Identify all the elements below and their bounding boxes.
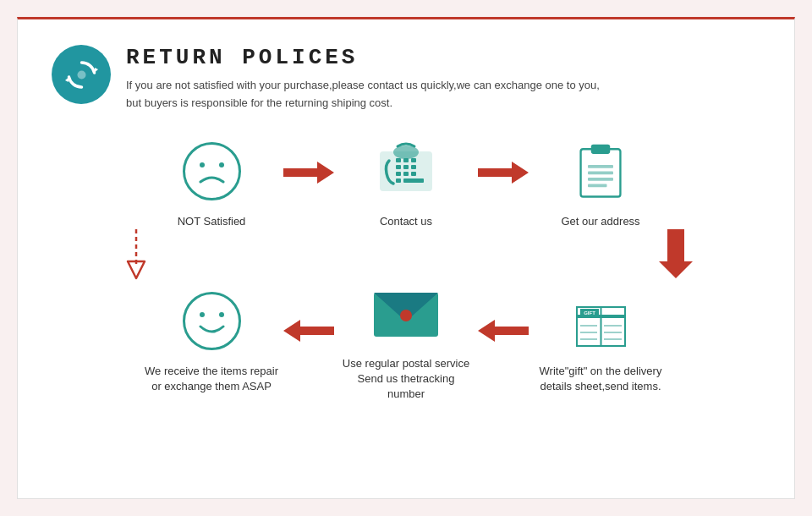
page-title: RETURN POLICES [126, 45, 600, 70]
arrow-left-2 [474, 318, 533, 343]
svg-rect-12 [403, 165, 409, 169]
svg-point-32 [219, 312, 224, 317]
gift-box-icon: GIFT [567, 288, 634, 355]
sad-face-icon [178, 138, 245, 206]
svg-marker-33 [283, 320, 334, 342]
main-container: RETURN POLICES If you are not satisfied … [17, 17, 795, 499]
step-write-gift: GIFT Write"gift" on the deliverydetails … [533, 288, 668, 394]
arrow-right-1 [279, 160, 338, 185]
svg-point-31 [200, 312, 205, 317]
svg-point-5 [219, 162, 224, 167]
phone-icon [372, 138, 440, 206]
svg-marker-20 [478, 162, 529, 184]
contact-us-label: Contact us [380, 214, 432, 229]
header-text: RETURN POLICES If you are not satisfied … [126, 45, 600, 113]
logo-icon [52, 45, 111, 104]
svg-point-4 [200, 162, 205, 167]
arrow-down-left [119, 229, 153, 280]
svg-rect-24 [588, 172, 613, 175]
svg-rect-22 [591, 145, 611, 154]
get-address-label: Get our address [561, 214, 639, 229]
arrow-left-1 [279, 318, 338, 343]
svg-rect-14 [396, 172, 401, 176]
flow-row-1: NOT Satisfied [52, 138, 760, 229]
arrow-down-right [659, 229, 693, 280]
step-get-address: Get our address [533, 138, 668, 229]
svg-rect-25 [588, 178, 613, 181]
write-gift-label: Write"gift" on the deliverydetails sheet… [540, 364, 662, 394]
return-icon [63, 56, 101, 94]
happy-face-icon [178, 288, 245, 355]
step-contact-us: Contact us [338, 138, 474, 229]
flow-diagram: NOT Satisfied [52, 138, 760, 403]
svg-rect-26 [588, 184, 607, 188]
svg-rect-16 [411, 172, 416, 176]
postal-service-label: Use regular postal serviceSend us thetra… [338, 356, 474, 403]
svg-marker-1 [65, 77, 69, 82]
svg-point-2 [77, 70, 85, 79]
svg-marker-29 [659, 229, 693, 278]
svg-rect-11 [396, 165, 401, 169]
svg-marker-0 [94, 68, 98, 73]
svg-point-36 [400, 310, 412, 321]
step-receive-items: We receive the items repairor exchange t… [144, 288, 279, 394]
envelope-icon [372, 280, 440, 348]
svg-point-3 [184, 144, 239, 200]
step-not-satisfied: NOT Satisfied [144, 138, 279, 229]
arrow-right-2 [474, 160, 533, 185]
not-satisfied-label: NOT Satisfied [178, 214, 246, 229]
header-section: RETURN POLICES If you are not satisfied … [52, 45, 760, 113]
flow-row-2: We receive the items repairor exchange t… [52, 280, 760, 403]
receive-items-label: We receive the items repairor exchange t… [145, 364, 278, 394]
description: If you are not satisfied with your purch… [126, 77, 600, 113]
step-postal-service: Use regular postal serviceSend us thetra… [338, 280, 474, 403]
svg-rect-10 [411, 158, 416, 162]
svg-rect-17 [396, 178, 401, 183]
between-rows [52, 229, 760, 280]
svg-rect-15 [403, 172, 409, 176]
svg-marker-6 [283, 162, 334, 184]
svg-text:GIFT: GIFT [584, 310, 595, 316]
svg-marker-37 [478, 320, 529, 342]
clipboard-icon [567, 138, 634, 206]
svg-rect-13 [411, 165, 416, 169]
svg-rect-8 [396, 158, 401, 162]
svg-rect-23 [588, 165, 613, 168]
svg-rect-18 [403, 178, 424, 183]
svg-point-30 [184, 294, 239, 349]
